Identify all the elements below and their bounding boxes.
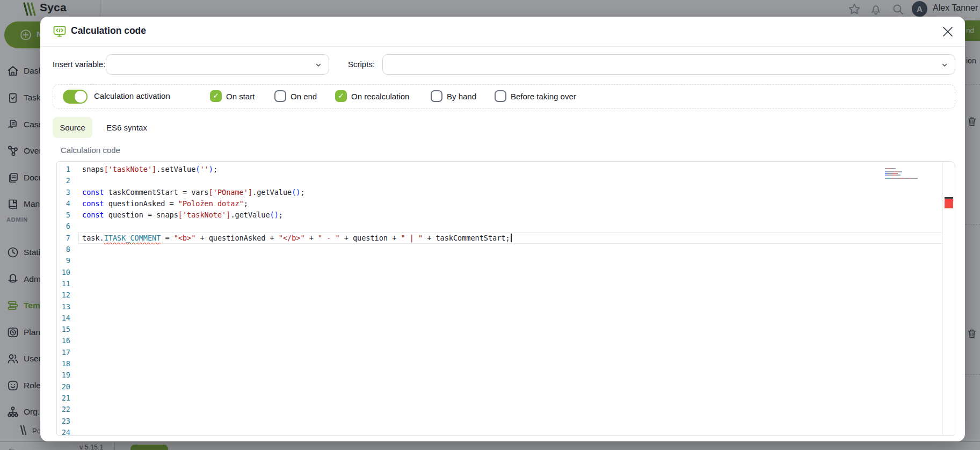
- scripts-label: Scripts:: [348, 54, 375, 75]
- checkbox-check-icon[interactable]: ✓: [210, 90, 222, 102]
- editor-scrollbar[interactable]: [942, 162, 955, 436]
- line-number: 10: [57, 267, 76, 278]
- checkbox-empty[interactable]: [431, 90, 442, 102]
- insert-variable-label: Insert variable:: [53, 54, 105, 75]
- chevron-down-icon: [941, 61, 948, 69]
- line-number: 2: [57, 175, 76, 186]
- code-line[interactable]: [82, 255, 942, 266]
- dialog-header: Calculation code: [40, 17, 965, 47]
- code-line[interactable]: [82, 347, 942, 358]
- code-line[interactable]: [82, 358, 942, 369]
- activation-options-row: Calculation activation ✓On startOn end✓O…: [53, 84, 955, 109]
- close-icon[interactable]: [939, 23, 956, 40]
- line-number: 16: [57, 335, 76, 346]
- line-number: 20: [57, 381, 76, 393]
- app-window: Syca A Alex Tanner: [0, 0, 980, 450]
- line-number: 4: [57, 198, 76, 209]
- cursor-position-marker: [945, 197, 953, 199]
- calculation-code-label: Calculation code: [61, 146, 120, 155]
- code-line[interactable]: const question = snaps['taskNote'].getVa…: [82, 209, 942, 221]
- tab-source[interactable]: Source: [53, 117, 92, 138]
- error-marker: [945, 199, 953, 208]
- calculation-activation-toggle[interactable]: [63, 90, 88, 104]
- text-cursor: [511, 234, 512, 242]
- line-number: 5: [57, 209, 76, 221]
- code-line[interactable]: [82, 289, 942, 301]
- code-line[interactable]: [82, 221, 942, 232]
- dialog-title: Calculation code: [71, 25, 146, 37]
- line-number: 23: [57, 416, 76, 427]
- checkbox-label: On recalculation: [351, 92, 409, 101]
- code-line[interactable]: [82, 313, 942, 324]
- code-line[interactable]: [82, 335, 942, 346]
- code-line[interactable]: [82, 381, 942, 393]
- code-line[interactable]: const questionAsked = "Položen dotaz";: [82, 198, 942, 209]
- code-line[interactable]: [82, 416, 942, 427]
- checkbox-empty[interactable]: [495, 90, 506, 102]
- code-line[interactable]: [82, 301, 942, 313]
- checkbox-label: On start: [226, 92, 255, 101]
- calculation-code-dialog: Calculation code Insert variable: Script…: [40, 17, 965, 441]
- calculation-activation-label: Calculation activation: [94, 91, 170, 100]
- line-numbers: 123456789101112131415161718192021222324: [57, 164, 76, 436]
- line-number: 7: [57, 233, 76, 244]
- code-content[interactable]: snaps['taskNote'].setValue('');const tas…: [82, 164, 942, 436]
- insert-variable-select[interactable]: [106, 54, 329, 75]
- code-line[interactable]: snaps['taskNote'].setValue('');: [82, 164, 942, 175]
- line-number: 1: [57, 164, 76, 175]
- line-number: 18: [57, 358, 76, 369]
- line-number: 24: [57, 427, 76, 436]
- checkbox-label: By hand: [447, 92, 476, 101]
- line-number: 12: [57, 289, 76, 301]
- line-number: 14: [57, 313, 76, 324]
- code-monitor-icon: [53, 25, 67, 39]
- minimap[interactable]: [885, 164, 939, 175]
- line-number: 17: [57, 347, 76, 358]
- code-line[interactable]: [82, 427, 942, 436]
- code-line[interactable]: [82, 404, 942, 415]
- code-line[interactable]: const taskCommentStart = vars['POname'].…: [82, 187, 942, 198]
- toggle-knob: [75, 91, 86, 103]
- checkbox-label: Before taking over: [511, 92, 576, 101]
- code-line[interactable]: [82, 175, 942, 186]
- line-number: 22: [57, 404, 76, 415]
- checkbox-label: On end: [291, 92, 317, 101]
- tab-es6-syntax[interactable]: ES6 syntax: [95, 117, 158, 138]
- code-line[interactable]: [82, 324, 942, 335]
- code-line[interactable]: [82, 393, 942, 404]
- code-line[interactable]: [82, 369, 942, 381]
- line-number: 3: [57, 187, 76, 198]
- line-number: 21: [57, 393, 76, 404]
- line-number: 11: [57, 278, 76, 289]
- scripts-select[interactable]: [382, 54, 955, 75]
- line-number: 15: [57, 324, 76, 335]
- line-number: 6: [57, 221, 76, 232]
- line-number: 9: [57, 255, 76, 266]
- line-number: 13: [57, 301, 76, 313]
- chevron-down-icon: [315, 61, 322, 69]
- checkbox-empty[interactable]: [274, 90, 286, 102]
- checkbox-check-icon[interactable]: ✓: [335, 90, 347, 102]
- line-number: 19: [57, 369, 76, 381]
- line-number: 8: [57, 244, 76, 255]
- code-line[interactable]: [82, 244, 942, 255]
- code-line[interactable]: task.ITASK_COMMENT = "<b>" + questionAsk…: [82, 233, 942, 244]
- code-editor[interactable]: 123456789101112131415161718192021222324 …: [56, 161, 955, 436]
- code-line[interactable]: [82, 278, 942, 289]
- code-line[interactable]: [82, 267, 942, 278]
